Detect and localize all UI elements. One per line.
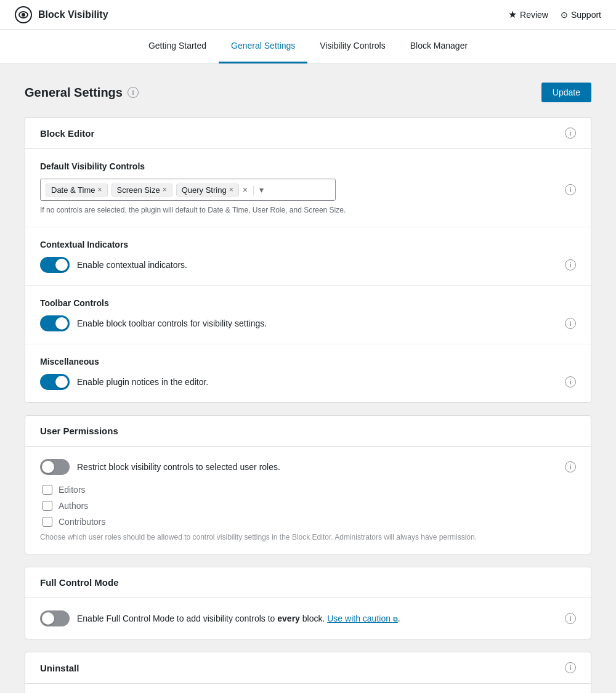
- tab-visibility-controls[interactable]: Visibility Controls: [307, 30, 397, 63]
- update-button[interactable]: Update: [541, 83, 591, 102]
- app-title: Block Visibility: [38, 9, 108, 20]
- toolbar-controls-toggle-label: Enable block toolbar controls for visibi…: [77, 318, 267, 328]
- tag-dropdown-button[interactable]: ▾: [259, 185, 264, 195]
- support-label: Support: [571, 10, 601, 20]
- uninstall-info-icon[interactable]: i: [565, 662, 576, 673]
- toolbar-controls-info-icon[interactable]: i: [565, 318, 576, 329]
- header-links: ★ Review ⊙ Support: [508, 9, 601, 20]
- toolbar-controls-toggle[interactable]: [40, 315, 70, 331]
- full-control-bold: every: [277, 614, 300, 623]
- miscellaneous-toggle-label: Enable plugin notices in the editor.: [77, 377, 208, 387]
- circle-icon: ⊙: [561, 10, 568, 20]
- support-link[interactable]: ⊙ Support: [561, 10, 601, 20]
- block-editor-section: Block Editor i Default Visibility Contro…: [25, 117, 591, 403]
- contextual-indicators-section: Contextual Indicators Enable contextual …: [25, 227, 591, 286]
- uninstall-section: Uninstall i Remove all plugin settings w…: [25, 652, 591, 693]
- tag-input[interactable]: Date & Time × Screen Size × Query String…: [40, 179, 336, 201]
- user-permissions-content: Restrict block visibility controls to se…: [25, 447, 591, 554]
- app-logo: Block Visibility: [15, 6, 108, 23]
- full-control-row: Enable Full Control Mode to add visibili…: [40, 610, 576, 626]
- miscellaneous-title: Miscellaneous: [40, 357, 576, 367]
- miscellaneous-section: Miscellaneous Enable plugin notices in t…: [25, 344, 591, 402]
- tag-query-string-label: Query String: [182, 185, 227, 195]
- tag-screen-size-label: Screen Size: [117, 185, 160, 195]
- restrict-row: Restrict block visibility controls to se…: [40, 459, 576, 475]
- tag-date-time-remove[interactable]: ×: [98, 186, 102, 193]
- tag-date-time-label: Date & Time: [51, 185, 95, 195]
- role-authors-label: Authors: [59, 501, 88, 511]
- star-icon: ★: [508, 9, 517, 20]
- tab-block-manager[interactable]: Block Manager: [398, 30, 480, 63]
- tag-query-string-remove[interactable]: ×: [229, 186, 233, 193]
- tag-divider: |: [253, 185, 255, 195]
- full-control-end: .: [398, 614, 400, 623]
- page-title: General Settings i: [25, 86, 139, 100]
- uninstall-header: Uninstall i: [25, 652, 591, 684]
- tag-screen-size-remove[interactable]: ×: [163, 186, 167, 193]
- contextual-indicators-toggle[interactable]: [40, 257, 70, 273]
- role-editors: Editors: [43, 485, 576, 495]
- tab-general-settings[interactable]: General Settings: [219, 30, 307, 63]
- tag-clear-button[interactable]: ×: [243, 185, 248, 195]
- miscellaneous-row: Enable plugin notices in the editor. i: [40, 374, 576, 390]
- role-authors-checkbox[interactable]: [43, 501, 52, 511]
- contextual-indicators-label: Enable contextual indicators.: [40, 257, 187, 273]
- full-control-mode-title: Full Control Mode: [40, 577, 118, 588]
- role-authors: Authors: [43, 501, 576, 511]
- uninstall-content: Remove all plugin settings when Block Vi…: [25, 684, 591, 693]
- app-header: Block Visibility ★ Review ⊙ Support: [0, 0, 616, 30]
- default-visibility-section: Default Visibility Controls Date & Time …: [25, 149, 591, 227]
- full-control-mode-content: Enable Full Control Mode to add visibili…: [25, 598, 591, 639]
- page-title-info-icon[interactable]: i: [128, 87, 139, 98]
- tab-getting-started[interactable]: Getting Started: [136, 30, 219, 63]
- role-editors-checkbox[interactable]: [43, 485, 52, 495]
- toolbar-controls-label: Enable block toolbar controls for visibi…: [40, 315, 267, 331]
- miscellaneous-info-icon[interactable]: i: [565, 376, 576, 387]
- user-permissions-title: User Permissions: [40, 426, 118, 436]
- block-editor-info-icon[interactable]: i: [565, 128, 576, 139]
- full-control-suffix: block.: [300, 614, 327, 623]
- main-content: General Settings i Update Block Editor i…: [0, 64, 616, 693]
- tag-date-time: Date & Time ×: [46, 184, 108, 197]
- full-control-mode-section: Full Control Mode Enable Full Control Mo…: [25, 567, 591, 639]
- role-contributors: Contributors: [43, 517, 576, 527]
- page-title-text: General Settings: [25, 86, 123, 100]
- toolbar-controls-section: Toolbar Controls Enable block toolbar co…: [25, 286, 591, 344]
- miscellaneous-label: Enable plugin notices in the editor.: [40, 374, 208, 390]
- full-control-label: Enable Full Control Mode to add visibili…: [40, 610, 400, 626]
- toolbar-controls-title: Toolbar Controls: [40, 298, 576, 308]
- use-with-caution-text: Use with caution: [327, 614, 391, 623]
- roles-list: Editors Authors Contributors: [43, 485, 576, 527]
- default-visibility-helper: If no controls are selected, the plugin …: [40, 206, 576, 214]
- role-contributors-label: Contributors: [59, 517, 105, 527]
- block-editor-title: Block Editor: [40, 128, 94, 139]
- review-label: Review: [520, 10, 548, 20]
- tag-screen-size: Screen Size ×: [111, 184, 172, 197]
- restrict-info-icon[interactable]: i: [565, 461, 576, 472]
- contextual-indicators-toggle-label: Enable contextual indicators.: [77, 260, 187, 270]
- restrict-toggle-label: Restrict block visibility controls to se…: [77, 462, 280, 472]
- default-visibility-info-icon[interactable]: i: [565, 184, 576, 195]
- svg-point-2: [22, 13, 25, 17]
- uninstall-title: Uninstall: [40, 663, 79, 673]
- contextual-indicators-title: Contextual Indicators: [40, 240, 576, 249]
- nav-tabs: Getting Started General Settings Visibil…: [0, 30, 616, 64]
- block-editor-header: Block Editor i: [25, 118, 591, 149]
- full-control-info-icon[interactable]: i: [565, 613, 576, 624]
- role-contributors-checkbox[interactable]: [43, 517, 52, 527]
- use-with-caution-link[interactable]: Use with caution ⧉: [327, 614, 398, 623]
- user-permissions-header: User Permissions: [25, 416, 591, 447]
- review-link[interactable]: ★ Review: [508, 9, 548, 20]
- external-link-icon: ⧉: [393, 615, 398, 623]
- full-control-toggle[interactable]: [40, 610, 70, 626]
- default-visibility-title: Default Visibility Controls: [40, 161, 576, 171]
- tag-query-string: Query String ×: [176, 184, 239, 197]
- page-header: General Settings i Update: [25, 83, 591, 102]
- restrict-toggle[interactable]: [40, 459, 70, 475]
- contextual-indicators-info-icon[interactable]: i: [565, 259, 576, 270]
- miscellaneous-toggle[interactable]: [40, 374, 70, 390]
- permission-note: Choose which user roles should be allowe…: [40, 533, 576, 541]
- user-permissions-section: User Permissions Restrict block visibili…: [25, 415, 591, 554]
- eye-icon: [15, 6, 32, 23]
- toolbar-controls-row: Enable block toolbar controls for visibi…: [40, 315, 576, 331]
